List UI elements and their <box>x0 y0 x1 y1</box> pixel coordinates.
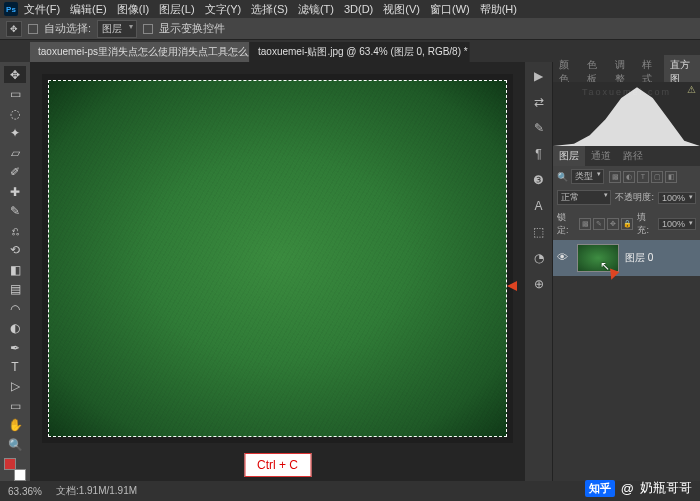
tool-path[interactable]: ▷ <box>4 378 26 395</box>
filter-adjust-icon[interactable]: ◐ <box>623 171 635 183</box>
menu-view[interactable]: 视图(V) <box>379 1 424 18</box>
lock-pos-icon[interactable]: ✥ <box>607 218 619 230</box>
visibility-eye-icon[interactable]: 👁 <box>557 251 571 265</box>
tool-dodge[interactable]: ◐ <box>4 319 26 336</box>
strip-history-icon[interactable]: ◔ <box>531 250 547 266</box>
tool-hand[interactable]: ✋ <box>4 417 26 434</box>
zhihu-at: @ <box>621 481 634 496</box>
tool-eyedropper[interactable]: ✐ <box>4 163 26 180</box>
zhihu-attribution: 知乎 @ 奶瓶哥哥 <box>585 479 692 497</box>
menu-image[interactable]: 图像(I) <box>113 1 153 18</box>
tool-move[interactable]: ✥ <box>4 66 26 83</box>
menu-edit[interactable]: 编辑(E) <box>66 1 111 18</box>
blend-row: 正常 不透明度: 100% <box>553 187 700 208</box>
background-swatch[interactable] <box>14 469 26 481</box>
kind-select[interactable]: 类型 <box>571 169 604 184</box>
tool-zoom[interactable]: 🔍 <box>4 436 26 453</box>
right-panels: ▶ ⇄ ✎ ¶ ❸ A ⬚ ◔ ⊕ 颜色 色板 调整 样式 直方图 Taoxue… <box>525 62 700 481</box>
blend-mode-select[interactable]: 正常 <box>557 190 611 205</box>
lock-trans-icon[interactable]: ▩ <box>579 218 591 230</box>
tool-lasso[interactable]: ◌ <box>4 105 26 122</box>
lock-icons: ▩ ✎ ✥ 🔒 <box>579 218 633 230</box>
opacity-label: 不透明度: <box>615 191 654 204</box>
filter-smart-icon[interactable]: ◧ <box>665 171 677 183</box>
lock-label: 锁定: <box>557 211 573 237</box>
menu-3d[interactable]: 3D(D) <box>340 2 377 16</box>
lock-all-icon[interactable]: 🔒 <box>621 218 633 230</box>
menu-bar: Ps 文件(F) 编辑(E) 图像(I) 图层(L) 文字(Y) 选择(S) 滤… <box>0 0 700 18</box>
tool-heal[interactable]: ✚ <box>4 183 26 200</box>
strip-layers-icon[interactable]: ⬚ <box>531 224 547 240</box>
tool-stamp[interactable]: ⎌ <box>4 222 26 239</box>
strip-play-icon[interactable]: ▶ <box>531 68 547 84</box>
strip-3d-icon[interactable]: ❸ <box>531 172 547 188</box>
strip-char-icon[interactable]: A <box>531 198 547 214</box>
layer-row[interactable]: 👁 ↖ 图层 0 <box>553 240 700 276</box>
grass-image <box>48 80 507 437</box>
doc-tab-2-label: taoxuemei-贴图.jpg @ 63.4% (图层 0, RGB/8) * <box>258 45 468 59</box>
menu-select[interactable]: 选择(S) <box>247 1 292 18</box>
menu-type[interactable]: 文字(Y) <box>201 1 246 18</box>
lock-paint-icon[interactable]: ✎ <box>593 218 605 230</box>
tool-pen[interactable]: ✒ <box>4 339 26 356</box>
foreground-swatch[interactable] <box>4 458 16 470</box>
menu-layer[interactable]: 图层(L) <box>155 1 198 18</box>
tool-blur[interactable]: ◠ <box>4 300 26 317</box>
annotation-arrow-icon <box>507 281 517 291</box>
tab-channels[interactable]: 通道 <box>585 146 617 166</box>
tool-type[interactable]: T <box>4 358 26 375</box>
opacity-value[interactable]: 100% <box>658 192 696 204</box>
top-panel-tabs: 颜色 色板 调整 样式 直方图 <box>553 62 700 82</box>
filter-icons: ▩ ◐ T ▢ ◧ <box>609 171 677 183</box>
doc-tab-2[interactable]: taoxuemei-贴图.jpg @ 63.4% (图层 0, RGB/8) *… <box>250 42 470 62</box>
strip-add-icon[interactable]: ⊕ <box>531 276 547 292</box>
move-tool-icon[interactable]: ✥ <box>6 21 22 37</box>
ps-logo: Ps <box>4 2 18 16</box>
canvas-workspace: Ctrl + C <box>30 62 525 481</box>
tab-paths[interactable]: 路径 <box>617 146 649 166</box>
color-swatches[interactable] <box>4 458 26 481</box>
fill-label: 填充: <box>637 211 653 237</box>
menu-window[interactable]: 窗口(W) <box>426 1 474 18</box>
canvas[interactable] <box>42 74 513 443</box>
histogram-panel: Taoxuemei.com ⚠ <box>553 82 700 146</box>
layers-panel-tabs: 图层 通道 路径 <box>553 146 700 166</box>
tool-shape[interactable]: ▭ <box>4 397 26 414</box>
zhihu-user: 奶瓶哥哥 <box>640 479 692 497</box>
refresh-icon[interactable]: ⚠ <box>687 84 696 95</box>
status-bar: 63.36% 文档:1.91M/1.91M <box>0 481 525 501</box>
filter-pixel-icon[interactable]: ▩ <box>609 171 621 183</box>
tool-history[interactable]: ⟲ <box>4 241 26 258</box>
layer-list: 👁 ↖ 图层 0 <box>553 240 700 481</box>
tool-gradient[interactable]: ▤ <box>4 280 26 297</box>
tools-panel: ✥ ▭ ◌ ✦ ▱ ✐ ✚ ✎ ⎌ ⟲ ◧ ▤ ◠ ◐ ✒ T ▷ ▭ ✋ 🔍 <box>0 62 30 481</box>
tool-marquee[interactable]: ▭ <box>4 85 26 102</box>
menu-help[interactable]: 帮助(H) <box>476 1 521 18</box>
zoom-level[interactable]: 63.36% <box>8 486 42 497</box>
fill-value[interactable]: 100% <box>658 218 696 230</box>
layer-filter-row: 🔍 类型 ▩ ◐ T ▢ ◧ <box>553 166 700 187</box>
lock-row: 锁定: ▩ ✎ ✥ 🔒 填充: 100% <box>553 208 700 240</box>
layer-name-label[interactable]: 图层 0 <box>625 251 653 265</box>
doc-tab-1[interactable]: taoxuemei-ps里消失点怎么使用消失点工具怎么贴图.psd × <box>30 42 250 62</box>
strip-brush-icon[interactable]: ✎ <box>531 120 547 136</box>
annotation-arrow-layer-icon <box>607 269 620 282</box>
strip-swap-icon[interactable]: ⇄ <box>531 94 547 110</box>
show-controls-checkbox[interactable] <box>143 24 153 34</box>
tool-brush[interactable]: ✎ <box>4 202 26 219</box>
tool-wand[interactable]: ✦ <box>4 124 26 141</box>
auto-select-checkbox[interactable] <box>28 24 38 34</box>
doc-size[interactable]: 文档:1.91M/1.91M <box>56 484 137 498</box>
menu-file[interactable]: 文件(F) <box>20 1 64 18</box>
filter-type-icon[interactable]: T <box>637 171 649 183</box>
tool-eraser[interactable]: ◧ <box>4 261 26 278</box>
options-bar: ✥ 自动选择: 图层 显示变换控件 <box>0 18 700 40</box>
filter-shape-icon[interactable]: ▢ <box>651 171 663 183</box>
strip-paragraph-icon[interactable]: ¶ <box>531 146 547 162</box>
menu-filter[interactable]: 滤镜(T) <box>294 1 338 18</box>
auto-select-target[interactable]: 图层 <box>97 20 137 38</box>
collapsed-panel-strip: ▶ ⇄ ✎ ¶ ❸ A ⬚ ◔ ⊕ <box>525 62 553 481</box>
tab-layers[interactable]: 图层 <box>553 146 585 166</box>
tool-crop[interactable]: ▱ <box>4 144 26 161</box>
layer-thumbnail[interactable]: ↖ <box>577 244 619 272</box>
